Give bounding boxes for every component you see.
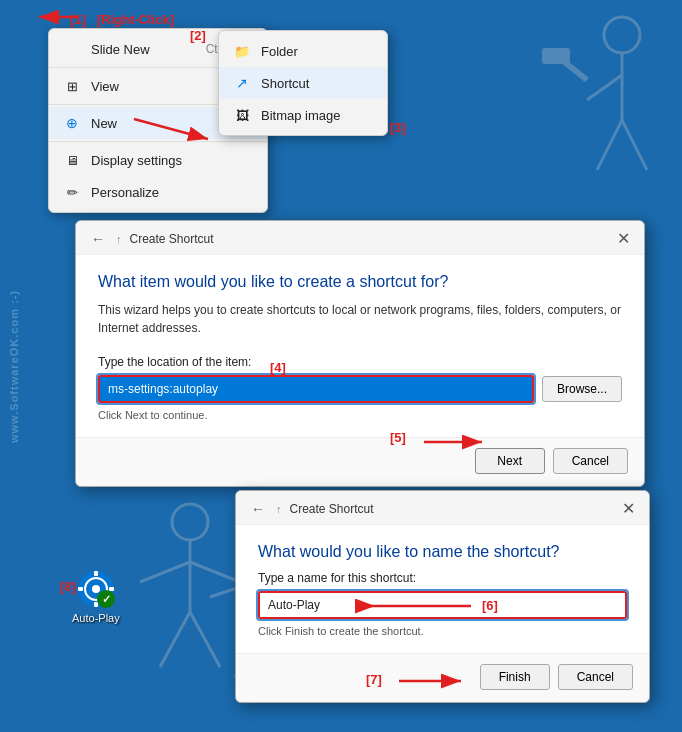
svg-rect-14 <box>94 602 98 607</box>
dialog1-back-btn[interactable]: ← <box>88 231 108 247</box>
folder-icon: 📁 <box>233 42 251 60</box>
dialog2-name-input[interactable] <box>258 591 627 619</box>
stick-figure-hammer <box>532 10 662 210</box>
autoplay-svg-icon: ✓ <box>76 569 116 609</box>
svg-rect-16 <box>109 587 114 591</box>
dialog1-location-input[interactable] <box>98 375 534 403</box>
dialog1-close-btn[interactable]: ✕ <box>613 229 634 248</box>
dialog-create-shortcut-1: ← ↑ Create Shortcut ✕ What item would yo… <box>75 220 645 487</box>
svg-line-31 <box>190 612 220 667</box>
watermark: www.SoftwareOK.com :-) <box>8 0 20 732</box>
desktop-autoplay-icon[interactable]: ✓ Auto-Play <box>72 569 120 624</box>
menu-divider3 <box>49 141 267 142</box>
dialog2-title: Create Shortcut <box>290 502 374 516</box>
svg-point-26 <box>172 504 208 540</box>
dialog2-hint: Click Finish to create the shortcut. <box>258 625 627 637</box>
bitmap-icon: 🖼 <box>233 106 251 124</box>
svg-line-21 <box>587 75 622 100</box>
dialog1-description: This wizard helps you to create shortcut… <box>98 301 622 337</box>
annotation-step3: [3] <box>390 120 406 135</box>
menu-item-display[interactable]: 🖥 Display settings <box>49 144 267 176</box>
display-icon: 🖥 <box>63 151 81 169</box>
slide-new-icon <box>63 40 81 58</box>
dialog1-title-left: ← ↑ Create Shortcut <box>88 231 214 247</box>
autoplay-icon-label: Auto-Play <box>72 612 120 624</box>
svg-line-28 <box>140 562 190 582</box>
svg-rect-13 <box>94 571 98 576</box>
dialog2-body: What would you like to name the shortcut… <box>236 525 649 653</box>
dialog1-hint: Click Next to continue. <box>98 409 622 421</box>
svg-point-19 <box>604 17 640 53</box>
arrow-step1 <box>35 5 80 27</box>
annotation-step1: [1] [Right-Click] <box>70 12 174 27</box>
dialog1-body: What item would you like to create a sho… <box>76 255 644 437</box>
new-submenu: 📁 Folder ↗ Shortcut 🖼 Bitmap image <box>218 30 388 136</box>
dialog1-footer: Next Cancel <box>76 437 644 486</box>
svg-line-22 <box>562 60 587 80</box>
new-icon: ⊕ <box>63 114 81 132</box>
svg-rect-23 <box>542 48 570 64</box>
view-icon: ⊞ <box>63 77 81 95</box>
svg-line-24 <box>597 120 622 170</box>
dialog2-titlebar: ← ↑ Create Shortcut ✕ <box>236 491 649 525</box>
svg-text:✓: ✓ <box>101 593 110 605</box>
svg-line-25 <box>622 120 647 170</box>
svg-rect-15 <box>78 587 83 591</box>
dialog1-title: Create Shortcut <box>130 232 214 246</box>
svg-point-12 <box>92 585 100 593</box>
dialog1-heading: What item would you like to create a sho… <box>98 273 622 291</box>
dialog1-browse-btn[interactable]: Browse... <box>542 376 622 402</box>
dialog2-input-row <box>258 591 627 619</box>
personalize-icon: ✏ <box>63 183 81 201</box>
svg-line-29 <box>190 562 240 582</box>
dialog2-finish-btn[interactable]: Finish <box>480 664 550 690</box>
submenu-bitmap[interactable]: 🖼 Bitmap image <box>219 99 387 131</box>
submenu-folder[interactable]: 📁 Folder <box>219 35 387 67</box>
autoplay-icon-img: ✓ <box>76 569 116 609</box>
dialog1-field-label: Type the location of the item: <box>98 355 622 369</box>
submenu-shortcut[interactable]: ↗ Shortcut <box>219 67 387 99</box>
shortcut-icon: ↗ <box>233 74 251 92</box>
dialog2-back-btn[interactable]: ← <box>248 501 268 517</box>
dialog2-footer: Finish Cancel <box>236 653 649 702</box>
dialog2-cancel-btn[interactable]: Cancel <box>558 664 633 690</box>
dialog2-close-btn[interactable]: ✕ <box>618 499 639 518</box>
svg-line-30 <box>160 612 190 667</box>
dialog1-cancel-btn[interactable]: Cancel <box>553 448 628 474</box>
menu-item-personalize[interactable]: ✏ Personalize <box>49 176 267 208</box>
dialog-create-shortcut-2: ← ↑ Create Shortcut ✕ What would you lik… <box>235 490 650 703</box>
dialog1-input-row: Browse... <box>98 375 622 403</box>
dialog1-titlebar: ← ↑ Create Shortcut ✕ <box>76 221 644 255</box>
dialog2-heading: What would you like to name the shortcut… <box>258 543 627 561</box>
dialog2-field-label: Type a name for this shortcut: <box>258 571 627 585</box>
dialog1-next-btn[interactable]: Next <box>475 448 545 474</box>
dialog2-title-left: ← ↑ Create Shortcut <box>248 501 374 517</box>
